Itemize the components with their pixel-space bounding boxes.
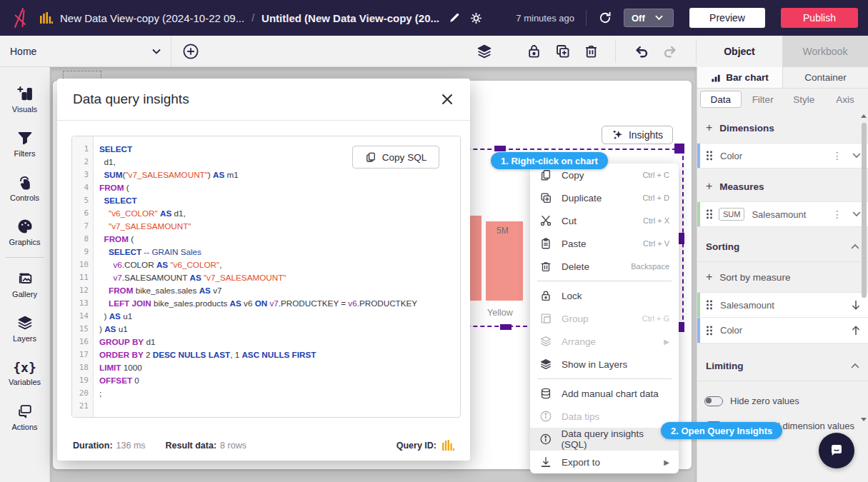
sql-line [99, 400, 460, 413]
sql-line: ) AS u1 [99, 310, 460, 323]
arrow-up-icon[interactable] [851, 326, 861, 336]
menu-item-cut[interactable]: CutCtrl + X [530, 209, 679, 232]
sidebar-item-graphics[interactable]: Graphics [0, 210, 49, 254]
data-query-insights-modal: Data query insights Copy SQL 12345678910… [57, 79, 470, 461]
menu-item-data-query-insights-sql[interactable]: Data query insights (SQL) [530, 428, 679, 451]
sort-item-color[interactable]: Color [697, 318, 868, 343]
scroll-up-arrow[interactable] [861, 114, 867, 118]
selection-handle-bottom[interactable] [500, 324, 512, 330]
item-menu-icon[interactable]: ⋮ [832, 150, 842, 161]
selection-handle-top[interactable] [494, 146, 506, 151]
add-sort-by-measure-button[interactable]: + Sort by measure [697, 268, 868, 286]
selection-handle-top-right[interactable] [674, 144, 684, 154]
tab-data[interactable]: Data [700, 91, 742, 108]
scrollbar-thumb[interactable] [862, 123, 867, 298]
sql-code: SELECT d1, SUM("v7_SALESAMOUNT") AS m1FR… [94, 136, 460, 417]
add-measure-button[interactable]: + Measures [697, 177, 868, 196]
drag-handle-icon[interactable] [706, 151, 713, 161]
drag-handle-icon[interactable] [706, 209, 713, 219]
tab-container[interactable]: Container [782, 67, 868, 88]
menu-item-label: Paste [562, 239, 587, 249]
menu-item-label: Duplicate [562, 193, 602, 204]
sidebar-item-variables[interactable]: {x}Variables [0, 351, 49, 395]
menu-item-show-in-layers[interactable]: Show in Layers [530, 353, 679, 376]
scroll-down-arrow[interactable] [861, 418, 867, 421]
layers-icon [16, 314, 34, 331]
drag-handle-icon[interactable] [706, 326, 713, 336]
toggle-label: Hide zero values [730, 396, 799, 406]
publish-button[interactable]: Publish [781, 8, 858, 28]
sidebar-item-actions[interactable]: Actions [0, 395, 49, 439]
add-dimension-button[interactable]: + Dimensions [697, 119, 868, 137]
submenu-arrow-icon: ▶ [664, 458, 669, 466]
collapse-icon[interactable] [851, 363, 859, 368]
lock-icon [539, 289, 552, 302]
panel-scrollbar[interactable] [862, 114, 867, 421]
menu-item-export-to[interactable]: Export to▶ [530, 451, 679, 473]
edit-title-icon[interactable] [448, 11, 461, 24]
trash-toolbar-icon[interactable] [583, 43, 600, 60]
arrow-down-icon[interactable] [851, 300, 861, 310]
selection-handle-right[interactable] [679, 233, 684, 244]
menu-item-label: Data query insights (SQL) [562, 428, 669, 450]
menu-item-label: Delete [562, 261, 589, 272]
redo-icon[interactable] [662, 43, 679, 60]
page-selector-dropdown[interactable]: Home [0, 36, 171, 67]
sort-accent [697, 293, 700, 317]
copy-sql-button[interactable]: Copy SQL [352, 146, 439, 169]
add-item-button[interactable] [182, 43, 199, 60]
layers-toolbar-icon[interactable] [476, 43, 493, 60]
toggle-switch[interactable] [704, 396, 723, 406]
menu-item-delete[interactable]: DeleteBackspace [530, 255, 679, 278]
tab-filter[interactable]: Filter [743, 91, 783, 108]
menu-item-duplicate[interactable]: DuplicateCtrl + D [530, 186, 679, 209]
sidebar-item-controls[interactable]: Controls [0, 166, 49, 210]
workbook-title: Untitled (New Data View-copy (20... [261, 12, 439, 24]
sidebar-item-filters[interactable]: Filters [0, 121, 49, 166]
lock-toolbar-icon[interactable] [526, 43, 543, 60]
sidebar-item-label: Filters [14, 149, 36, 158]
menu-item-label: Export to [562, 457, 600, 468]
autorefresh-dropdown[interactable]: Off [624, 9, 674, 27]
collapse-icon[interactable] [851, 243, 859, 249]
sidebar-item-layers[interactable]: Layers [0, 306, 49, 351]
menu-item-add-manual-chart-data[interactable]: Add manual chart data [530, 382, 679, 405]
toggle-hide-zero-values[interactable]: Hide zero values [697, 396, 868, 406]
sidebar-item-label: Layers [13, 334, 36, 343]
chevron-down-icon[interactable] [852, 153, 861, 159]
insights-button[interactable]: Insights [602, 126, 673, 144]
help-chat-button[interactable] [819, 433, 854, 468]
last-saved-status: 7 minutes ago [516, 13, 574, 24]
duplicate-toolbar-icon[interactable] [554, 43, 572, 60]
tab-object[interactable]: Object [697, 36, 782, 67]
close-icon[interactable] [440, 92, 454, 106]
callout-step2: 2. Open Query Insights [661, 422, 782, 439]
settings-gear-icon[interactable] [469, 11, 483, 25]
sidebar-item-gallery[interactable]: Gallery [0, 262, 49, 306]
sort-label: Salesamount [720, 300, 774, 311]
tab-bar-chart[interactable]: Bar chart [697, 67, 782, 88]
submenu-arrow-icon: ▶ [664, 338, 669, 346]
item-menu-icon[interactable]: ⋮ [832, 209, 842, 220]
menu-item-paste[interactable]: PasteCtrl + V [530, 232, 679, 255]
menu-item-label: Data tips [562, 411, 599, 422]
tab-axis[interactable]: Axis [825, 91, 865, 108]
tab-style[interactable]: Style [784, 91, 824, 108]
measure-item-salesamount[interactable]: SUM Salesamount ⋮ [697, 201, 868, 227]
inspector-panel: Bar chart Container Data Filter Style Ax… [697, 67, 868, 482]
chevron-down-icon[interactable] [852, 211, 861, 217]
preview-button[interactable]: Preview [689, 8, 765, 28]
sidebar-item-visuals[interactable]: Visuals [0, 77, 49, 121]
tab-workbook[interactable]: Workbook [782, 36, 868, 67]
drag-handle-icon[interactable] [706, 300, 713, 310]
duration-label: Duration: [73, 441, 113, 451]
sort-item-salesamount[interactable]: Salesamount [697, 292, 868, 318]
dimension-item-color[interactable]: Color ⋮ [697, 143, 868, 169]
refresh-icon[interactable] [598, 11, 612, 25]
undo-icon[interactable] [633, 43, 650, 60]
callout-step1: 1. Right-click on chart [491, 152, 608, 169]
aggregation-badge[interactable]: SUM [719, 208, 744, 221]
duration-value: 136 ms [116, 441, 146, 451]
chevron-down-icon [655, 15, 663, 21]
menu-item-lock[interactable]: Lock [530, 284, 679, 307]
